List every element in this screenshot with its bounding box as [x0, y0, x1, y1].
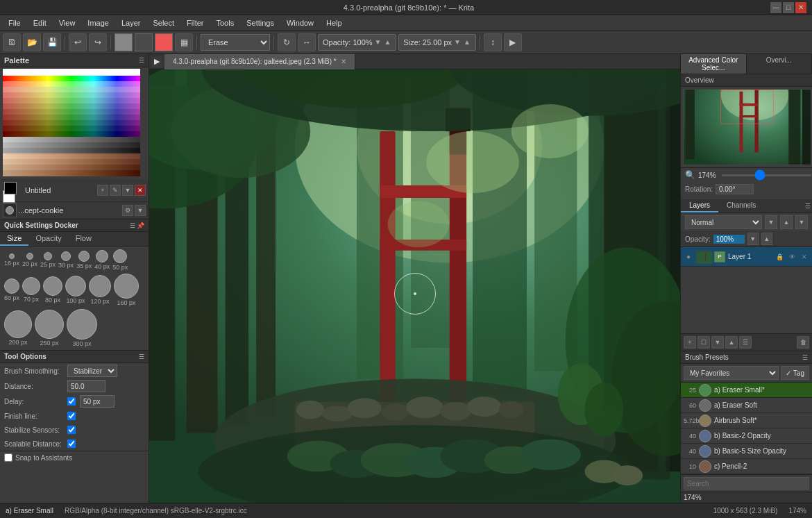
overview-thumbnail[interactable]: [683, 89, 811, 165]
qs-options-button[interactable]: ☰: [130, 222, 135, 229]
current-color-swatch[interactable]: [155, 33, 173, 51]
painting-canvas[interactable]: [149, 69, 680, 503]
brush-size-160[interactable]: 160 px: [114, 274, 139, 306]
layers-down-button[interactable]: ▼: [711, 336, 724, 349]
brush-size-50[interactable]: 50 px: [112, 249, 128, 271]
bp-item[interactable]: 10 c) Pencil-2: [681, 459, 812, 474]
layer-item[interactable]: ● P Layer 1 🔒 👁 ✕: [681, 247, 812, 267]
layers-up-button[interactable]: ▲: [725, 336, 738, 349]
layers-options-button[interactable]: ☰: [804, 199, 812, 212]
fg-color-swatch[interactable]: [115, 33, 133, 51]
brush-size-60[interactable]: 60 px: [4, 278, 19, 301]
snap-checkbox[interactable]: [4, 453, 12, 462]
layer-edit-button[interactable]: ✎: [110, 185, 121, 196]
qs-tab-flow[interactable]: Flow: [69, 232, 99, 246]
layer-lock-button[interactable]: 🔒: [775, 252, 784, 262]
opacity-up[interactable]: ▲: [383, 38, 391, 46]
palette-menu-button[interactable]: ☰: [139, 57, 144, 64]
redo-button[interactable]: ↪: [89, 33, 107, 51]
fg-color-indicator[interactable]: [4, 182, 17, 194]
menu-tools[interactable]: Tools: [211, 17, 240, 28]
new-document-button[interactable]: 🖻: [3, 33, 21, 51]
layer-options-button[interactable]: ▼: [122, 185, 133, 196]
brush-size-250[interactable]: 250 px: [35, 310, 64, 346]
delay-input[interactable]: [80, 395, 115, 408]
menu-layer[interactable]: Layer: [116, 17, 146, 28]
zoom-slider[interactable]: [722, 174, 811, 176]
layers-group-button[interactable]: ☐: [697, 336, 710, 349]
qs-pin-button[interactable]: 📌: [137, 222, 144, 229]
menu-image[interactable]: Image: [82, 17, 115, 28]
menu-edit[interactable]: Edit: [28, 17, 52, 28]
bp-item[interactable]: 25 a) Eraser Small*: [681, 383, 812, 398]
brush-size-200[interactable]: 200 px: [4, 310, 32, 346]
menu-select[interactable]: Select: [147, 17, 180, 28]
size-down[interactable]: ▼: [453, 38, 462, 46]
document-tab[interactable]: 4.3.0-prealpha (git 8c9b10e): galteed.jp…: [164, 54, 355, 69]
brush-size-40[interactable]: 40 px: [94, 250, 110, 270]
bp-folder-select[interactable]: My Favorites: [684, 366, 779, 380]
save-button[interactable]: 💾: [43, 33, 61, 51]
brush-size-30[interactable]: 30 px: [58, 251, 74, 269]
maximize-button[interactable]: □: [783, 2, 794, 13]
brush-options-button[interactable]: ▼: [135, 205, 146, 216]
layer-visibility-button[interactable]: ●: [684, 252, 693, 262]
brush-size-100[interactable]: 100 px: [65, 276, 86, 304]
doc-tab-icon[interactable]: ▶: [151, 56, 162, 67]
layers-delete-button[interactable]: 🗑: [797, 336, 809, 349]
bp-options-button[interactable]: ☰: [802, 354, 808, 361]
bp-item[interactable]: 60 a) Eraser Soft: [681, 398, 812, 413]
layers-menu-button[interactable]: ☰: [739, 336, 752, 349]
layers-opacity-input[interactable]: [713, 235, 745, 244]
layer-remove-button[interactable]: ✕: [800, 252, 809, 262]
bp-item[interactable]: 40 b) Basic-5 Size Opacity: [681, 444, 812, 459]
layer-filter-button[interactable]: ▼: [765, 215, 777, 229]
brush-size-20[interactable]: 20 px: [22, 253, 37, 267]
tab-advanced-color[interactable]: Advanced Color Selec...: [681, 54, 747, 74]
qs-tab-opacity[interactable]: Opacity: [28, 232, 68, 246]
rotation-input[interactable]: [716, 184, 754, 194]
layer-sort-down-button[interactable]: ▼: [795, 215, 808, 229]
mirror-vert-button[interactable]: ↕: [484, 33, 502, 51]
layer-visibility-eye[interactable]: 👁: [787, 252, 797, 262]
undo-button[interactable]: ↩: [69, 33, 87, 51]
tab-channels[interactable]: Channels: [718, 199, 764, 212]
bp-search-input[interactable]: [684, 477, 809, 490]
brush-size-25[interactable]: 25 px: [40, 252, 56, 268]
open-button[interactable]: 📂: [23, 33, 41, 51]
layer-opacity-up[interactable]: ▲: [761, 233, 772, 245]
delay-checkbox[interactable]: [67, 397, 76, 406]
tool-options-menu-button[interactable]: ☰: [139, 353, 144, 360]
mirror-button[interactable]: ↔: [298, 33, 316, 51]
bp-item[interactable]: 40 b) Basic-2 Opacity: [681, 428, 812, 444]
tab-overview[interactable]: Overvi...: [747, 54, 813, 74]
opacity-down[interactable]: ▼: [374, 38, 382, 46]
distance-input[interactable]: [67, 380, 105, 392]
menu-filter[interactable]: Filter: [181, 17, 209, 28]
play-button[interactable]: ▶: [504, 33, 522, 51]
brush-mode-select[interactable]: Erase Normal: [201, 34, 270, 51]
layers-add-button[interactable]: +: [684, 336, 696, 349]
brush-size-120[interactable]: 120 px: [89, 275, 111, 305]
size-up[interactable]: ▲: [463, 38, 471, 46]
brush-size-80[interactable]: 80 px: [43, 276, 62, 303]
menu-view[interactable]: View: [53, 17, 81, 28]
brush-size-70[interactable]: 70 px: [22, 277, 40, 303]
brush-size-16[interactable]: 16 px: [4, 253, 19, 267]
bg-color-swatch[interactable]: [135, 33, 153, 51]
layer-delete-button[interactable]: ✕: [135, 185, 146, 196]
canvas-wrapper[interactable]: [149, 69, 680, 503]
layer-opacity-down[interactable]: ▼: [747, 233, 759, 245]
menu-settings[interactable]: Settings: [241, 17, 280, 28]
menu-help[interactable]: Help: [321, 17, 348, 28]
blend-mode-select[interactable]: Normal Multiply: [685, 215, 762, 229]
reset-button[interactable]: ↻: [278, 33, 296, 51]
brush-smoothing-select[interactable]: Stabilizer Basic: [67, 365, 117, 377]
stabilize-sensors-checkbox[interactable]: [67, 426, 76, 434]
close-button[interactable]: ✕: [795, 2, 806, 13]
brush-pattern-button[interactable]: ▦: [175, 33, 193, 51]
menu-window[interactable]: Window: [281, 17, 319, 28]
tab-layers[interactable]: Layers: [681, 199, 718, 212]
minimize-button[interactable]: —: [770, 2, 781, 13]
layer-sort-up-button[interactable]: ▲: [780, 215, 793, 229]
